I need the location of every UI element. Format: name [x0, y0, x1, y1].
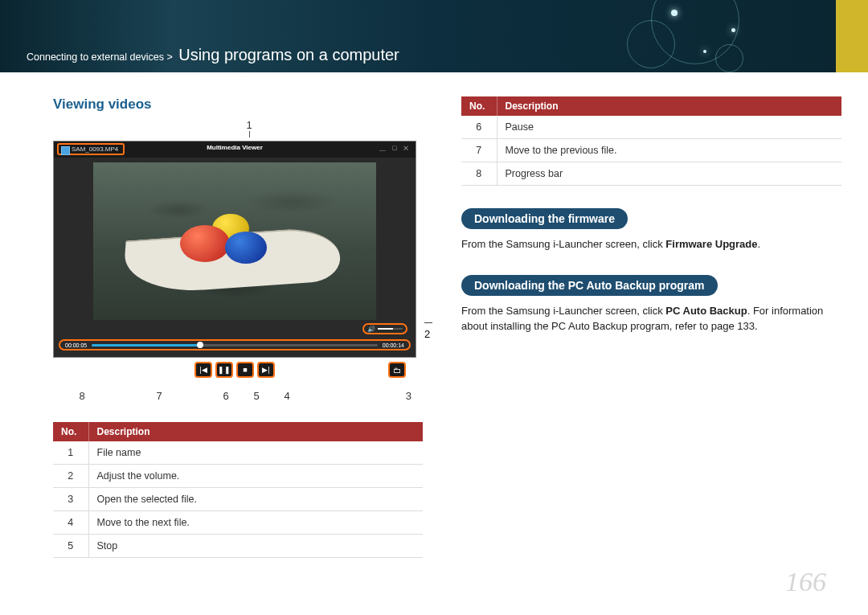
table-row: 2Adjust the volume.: [53, 465, 423, 488]
page-number: 166: [785, 567, 826, 597]
callout-6: 6: [211, 390, 241, 402]
player-title: Multimedia Viewer: [207, 144, 263, 151]
table-row: 6Pause: [461, 116, 841, 139]
callout-4: 4: [272, 390, 302, 402]
callout-1: 1: [76, 119, 423, 137]
th-no: No.: [461, 96, 497, 116]
left-column: Viewing videos 1 SAM_0093.MP4 Multimedia…: [53, 96, 423, 558]
filename-box[interactable]: SAM_0093.MP4: [57, 143, 125, 155]
th-desc: Description: [88, 422, 423, 441]
callout-8: 8: [56, 390, 108, 402]
callout-2-number: 2: [424, 328, 430, 340]
table-row: 4Move to the next file.: [53, 511, 423, 535]
next-button[interactable]: ▶|: [257, 362, 275, 378]
th-no: No.: [53, 422, 88, 441]
open-file-button[interactable]: 🗀: [388, 362, 406, 378]
side-tab: [836, 0, 868, 72]
autobackup-text: From the Samsung i-Launcher screen, clic…: [461, 304, 841, 334]
time-total: 00:00:14: [383, 342, 404, 348]
right-column: No. Description 6Pause 7Move to the prev…: [461, 96, 841, 558]
boat-illustration: [124, 211, 341, 291]
pause-button[interactable]: ❚❚: [215, 362, 233, 378]
video-area: [93, 162, 376, 320]
header-decoration: [627, 0, 772, 72]
table-row: 3Open the selected file.: [53, 488, 423, 511]
th-desc: Description: [497, 96, 841, 116]
multimedia-viewer-window: SAM_0093.MP4 Multimedia Viewer ⸏ ▢ ✕ 🔊: [53, 141, 416, 358]
description-table-left: No. Description 1File name 2Adjust the v…: [53, 422, 423, 558]
callout-2: 2: [424, 316, 436, 340]
firmware-text: From the Samsung i-Launcher screen, clic…: [461, 237, 841, 252]
callout-5: 5: [241, 390, 272, 402]
table-row: 1File name: [53, 441, 423, 465]
callout-1-number: 1: [246, 119, 252, 131]
breadcrumb-prefix: Connecting to external devices >: [27, 51, 173, 63]
callouts-below: 8 7 6 5 4 3: [53, 390, 423, 402]
section-title-viewing-videos: Viewing videos: [53, 96, 423, 113]
content: Viewing videos 1 SAM_0093.MP4 Multimedia…: [0, 72, 868, 558]
pill-autobackup: Downloading the PC Auto Backup program: [461, 275, 718, 296]
volume-control[interactable]: 🔊: [362, 323, 407, 334]
table-row: 8Progress bar: [461, 162, 841, 186]
progress-bar[interactable]: 00:00:05 00:00:14: [59, 339, 411, 351]
prev-button[interactable]: |◀: [194, 362, 212, 378]
table-row: 7Move to the previous file.: [461, 139, 841, 162]
description-table-right: No. Description 6Pause 7Move to the prev…: [461, 96, 841, 186]
page-header: Connecting to external devices > Using p…: [0, 0, 868, 72]
time-current: 00:00:05: [65, 342, 87, 348]
stop-button[interactable]: ■: [236, 362, 254, 378]
pill-firmware: Downloading the firmware: [461, 208, 628, 229]
breadcrumb-main: Using programs on a computer: [178, 46, 399, 64]
speaker-icon: 🔊: [367, 326, 375, 333]
window-controls[interactable]: ⸏ ▢ ✕: [379, 145, 411, 153]
player-titlebar: SAM_0093.MP4 Multimedia Viewer ⸏ ▢ ✕: [54, 141, 416, 158]
callout-3: 3: [302, 390, 420, 402]
breadcrumb: Connecting to external devices > Using p…: [27, 46, 399, 64]
callout-7: 7: [108, 390, 211, 402]
table-row: 5Stop: [53, 535, 423, 558]
